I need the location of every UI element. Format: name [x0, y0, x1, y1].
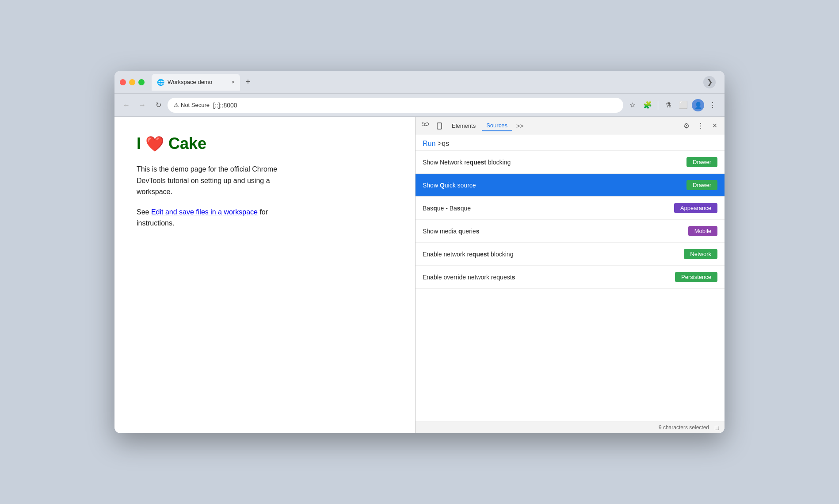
devtools-menu-button[interactable]: ⋮: [694, 120, 707, 132]
extension-button[interactable]: 🧩: [641, 99, 654, 112]
command-item-1[interactable]: Show Network request blocking Drawer: [416, 151, 725, 174]
nav-actions: ☆ 🧩 ⚗ ⬜ 👤 ⋮: [626, 99, 719, 112]
command-label-1: Show Network request blocking: [423, 159, 511, 166]
heading-i: I: [137, 134, 141, 153]
webpage-content: I ❤️ Cake This is the demo page for the …: [114, 117, 415, 433]
nav-divider: [658, 101, 658, 110]
command-label-4: Show media queries: [423, 228, 479, 235]
active-tab[interactable]: 🌐 Workspace demo ×: [152, 74, 240, 91]
command-badge-6[interactable]: Persistence: [675, 272, 717, 282]
chars-selected-label: 9 characters selected: [659, 424, 709, 431]
svg-rect-1: [426, 123, 428, 126]
devtools-device-button[interactable]: [433, 120, 446, 132]
devtools-panel: Elements Sources >> ⚙ ⋮ × Run >qs: [415, 117, 725, 433]
warning-icon: ⚠: [174, 102, 179, 108]
tab-bar: 🌐 Workspace demo × +: [152, 74, 696, 91]
heading-cake: Cake: [168, 134, 206, 153]
devtools-close-button[interactable]: ×: [709, 120, 721, 132]
command-label-3: Basque - Basque: [423, 205, 471, 212]
traffic-lights: [120, 79, 145, 85]
run-qs-label: Run >qs: [423, 140, 449, 147]
page-body-see: See Edit and save files in a workspace f…: [137, 206, 393, 229]
bookmark-button[interactable]: ☆: [626, 99, 639, 112]
title-bar-right: ❯: [700, 76, 719, 88]
status-icon: ⬚: [714, 424, 719, 431]
nav-bar: ← → ↻ ⚠ Not Secure [::]::8000 ☆ 🧩 ⚗ ⬜ 👤 …: [114, 94, 725, 117]
command-item-4[interactable]: Show media queries Mobile: [416, 220, 725, 243]
command-badge-1[interactable]: Drawer: [686, 157, 717, 167]
close-traffic-light[interactable]: [120, 79, 126, 85]
devtools-status-bar: 9 characters selected ⬚: [416, 421, 725, 433]
devtools-tab-sources[interactable]: Sources: [482, 120, 512, 131]
title-bar: 🌐 Workspace demo × + ❯: [114, 71, 725, 94]
command-label-5: Enable network request blocking: [423, 251, 513, 258]
command-label-6: Enable override network requests: [423, 274, 515, 281]
command-badge-3[interactable]: Appearance: [674, 203, 717, 213]
browser-window: 🌐 Workspace demo × + ❯ ← → ↻ ⚠ Not Secur…: [114, 71, 725, 433]
new-tab-button[interactable]: +: [242, 76, 254, 88]
svg-rect-0: [422, 123, 425, 126]
command-list: Show Network request blocking Drawer Sho…: [416, 151, 725, 421]
lab-button[interactable]: ⚗: [662, 99, 675, 112]
minimize-traffic-light[interactable]: [129, 79, 135, 85]
command-item-6[interactable]: Enable override network requests Persist…: [416, 266, 725, 289]
devtools-toolbar: Elements Sources >> ⚙ ⋮ ×: [416, 117, 725, 135]
maximize-traffic-light[interactable]: [138, 79, 145, 85]
forward-button[interactable]: →: [136, 99, 149, 112]
command-label-2: Show Quick source: [423, 182, 476, 189]
svg-rect-3: [439, 128, 440, 128]
command-badge-4[interactable]: Mobile: [688, 226, 717, 236]
page-heading: I ❤️ Cake: [137, 134, 393, 153]
not-secure-indicator: ⚠ Not Secure: [174, 102, 210, 108]
command-item-5[interactable]: Enable network request blocking Network: [416, 243, 725, 266]
command-item-3[interactable]: Basque - Basque Appearance: [416, 197, 725, 220]
command-item-2[interactable]: Show Quick source Drawer: [416, 174, 725, 197]
back-button[interactable]: ←: [120, 99, 133, 112]
workspace-link[interactable]: Edit and save files in a workspace: [151, 208, 258, 216]
devtools-tab-elements[interactable]: Elements: [447, 121, 480, 131]
split-view-button[interactable]: ⬜: [677, 99, 690, 112]
run-query: >qs: [438, 140, 449, 147]
tab-title: Workspace demo: [168, 79, 228, 85]
tab-favicon: 🌐: [157, 79, 164, 86]
profile-button[interactable]: 👤: [692, 99, 704, 111]
command-badge-5[interactable]: Network: [684, 249, 717, 259]
command-badge-2[interactable]: Drawer: [686, 180, 717, 190]
address-bar[interactable]: ⚠ Not Secure [::]::8000: [168, 98, 623, 113]
command-palette-header: Run >qs: [416, 135, 725, 151]
devtools-more-tabs[interactable]: >>: [514, 121, 526, 131]
content-area: I ❤️ Cake This is the demo page for the …: [114, 117, 725, 433]
tab-close-button[interactable]: ×: [232, 79, 235, 85]
page-body-intro: This is the demo page for the official C…: [137, 164, 393, 198]
run-label: Run: [423, 140, 435, 147]
devtools-settings-button[interactable]: ⚙: [680, 120, 693, 132]
tab-overflow-button[interactable]: ❯: [703, 76, 716, 88]
heart-emoji: ❤️: [145, 135, 164, 153]
not-secure-label: Not Secure: [181, 102, 210, 108]
more-menu-button[interactable]: ⋮: [706, 99, 719, 112]
address-url: [::]::8000: [213, 102, 237, 109]
devtools-inspect-button[interactable]: [419, 120, 431, 132]
refresh-button[interactable]: ↻: [152, 99, 165, 112]
